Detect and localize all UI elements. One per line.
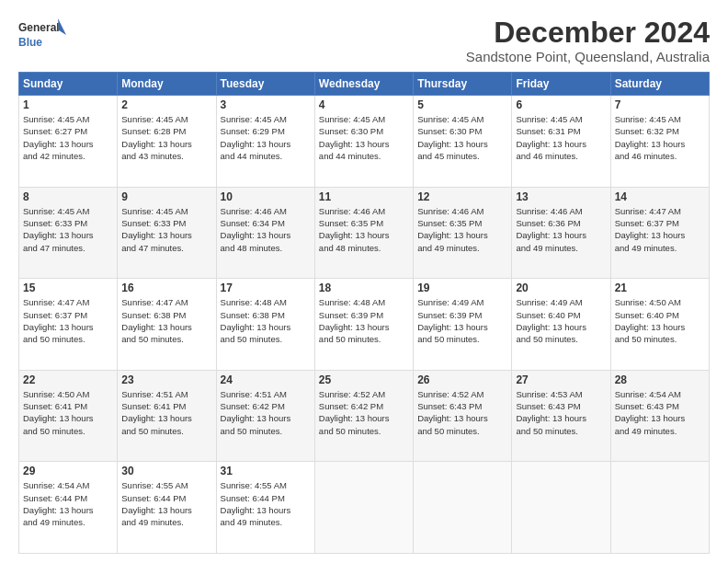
day-number: 8 <box>23 190 113 203</box>
day-number: 15 <box>23 282 113 294</box>
day-number: 21 <box>615 282 705 294</box>
calendar-cell: 29Sunrise: 4:54 AMSunset: 6:44 PMDayligh… <box>19 462 118 554</box>
col-tuesday: Tuesday <box>216 73 314 96</box>
calendar-cell: 1Sunrise: 4:45 AMSunset: 6:27 PMDaylight… <box>19 96 118 188</box>
day-number: 18 <box>319 282 409 294</box>
calendar-cell: 31Sunrise: 4:55 AMSunset: 6:44 PMDayligh… <box>216 462 314 554</box>
day-number: 24 <box>221 373 311 386</box>
day-number: 28 <box>615 373 705 386</box>
day-number: 13 <box>516 190 606 203</box>
calendar-cell: 13Sunrise: 4:46 AMSunset: 6:36 PMDayligh… <box>512 187 610 279</box>
day-number: 1 <box>23 98 113 111</box>
calendar-cell: 12Sunrise: 4:46 AMSunset: 6:35 PMDayligh… <box>414 187 512 279</box>
day-info: Sunrise: 4:49 AMSunset: 6:40 PMDaylight:… <box>516 296 606 345</box>
calendar-cell: 19Sunrise: 4:49 AMSunset: 6:39 PMDayligh… <box>414 279 512 371</box>
calendar-cell: 16Sunrise: 4:47 AMSunset: 6:38 PMDayligh… <box>118 279 216 371</box>
calendar-cell: 14Sunrise: 4:47 AMSunset: 6:37 PMDayligh… <box>610 187 709 279</box>
day-number: 9 <box>121 190 211 203</box>
calendar-cell: 9Sunrise: 4:45 AMSunset: 6:33 PMDaylight… <box>118 187 216 279</box>
calendar-cell: 30Sunrise: 4:55 AMSunset: 6:44 PMDayligh… <box>118 462 216 554</box>
day-info: Sunrise: 4:46 AMSunset: 6:36 PMDaylight:… <box>516 205 606 254</box>
calendar-week-5: 29Sunrise: 4:54 AMSunset: 6:44 PMDayligh… <box>19 462 710 554</box>
day-number: 12 <box>417 190 507 203</box>
day-info: Sunrise: 4:45 AMSunset: 6:30 PMDaylight:… <box>319 113 409 162</box>
svg-text:Blue: Blue <box>18 36 42 49</box>
day-number: 19 <box>417 282 507 294</box>
calendar-cell: 24Sunrise: 4:51 AMSunset: 6:42 PMDayligh… <box>216 370 314 462</box>
calendar-cell: 27Sunrise: 4:53 AMSunset: 6:43 PMDayligh… <box>512 370 610 462</box>
logo: General Blue <box>18 17 66 53</box>
title-block: December 2024 Sandstone Point, Queenslan… <box>466 17 710 64</box>
day-number: 11 <box>319 190 409 203</box>
day-info: Sunrise: 4:45 AMSunset: 6:33 PMDaylight:… <box>121 205 211 254</box>
calendar-cell: 4Sunrise: 4:45 AMSunset: 6:30 PMDaylight… <box>314 96 413 188</box>
calendar-cell: 15Sunrise: 4:47 AMSunset: 6:37 PMDayligh… <box>19 279 118 371</box>
day-info: Sunrise: 4:52 AMSunset: 6:43 PMDaylight:… <box>417 388 507 437</box>
day-info: Sunrise: 4:47 AMSunset: 6:37 PMDaylight:… <box>23 296 113 345</box>
main-title: December 2024 <box>466 17 710 49</box>
day-info: Sunrise: 4:45 AMSunset: 6:30 PMDaylight:… <box>417 113 507 162</box>
calendar-week-4: 22Sunrise: 4:50 AMSunset: 6:41 PMDayligh… <box>19 370 710 462</box>
calendar-week-3: 15Sunrise: 4:47 AMSunset: 6:37 PMDayligh… <box>19 279 710 371</box>
day-info: Sunrise: 4:52 AMSunset: 6:42 PMDaylight:… <box>319 388 409 437</box>
page: General Blue December 2024 Sandstone Poi… <box>0 0 728 563</box>
day-info: Sunrise: 4:51 AMSunset: 6:42 PMDaylight:… <box>221 388 311 437</box>
day-number: 30 <box>121 465 211 477</box>
day-info: Sunrise: 4:46 AMSunset: 6:34 PMDaylight:… <box>221 205 311 254</box>
col-thursday: Thursday <box>414 73 512 96</box>
day-number: 3 <box>221 98 311 111</box>
calendar-week-2: 8Sunrise: 4:45 AMSunset: 6:33 PMDaylight… <box>19 187 710 279</box>
calendar-cell <box>512 462 610 554</box>
day-number: 27 <box>516 373 606 386</box>
day-info: Sunrise: 4:50 AMSunset: 6:40 PMDaylight:… <box>615 296 705 345</box>
day-info: Sunrise: 4:49 AMSunset: 6:39 PMDaylight:… <box>417 296 507 345</box>
calendar-cell: 21Sunrise: 4:50 AMSunset: 6:40 PMDayligh… <box>610 279 709 371</box>
day-info: Sunrise: 4:48 AMSunset: 6:38 PMDaylight:… <box>221 296 311 345</box>
calendar-cell <box>610 462 709 554</box>
col-sunday: Sunday <box>19 73 118 96</box>
calendar-week-1: 1Sunrise: 4:45 AMSunset: 6:27 PMDaylight… <box>19 96 710 188</box>
day-number: 23 <box>121 373 211 386</box>
day-info: Sunrise: 4:45 AMSunset: 6:28 PMDaylight:… <box>121 113 211 162</box>
calendar-cell <box>314 462 413 554</box>
calendar-cell <box>414 462 512 554</box>
col-friday: Friday <box>512 73 610 96</box>
calendar-cell: 18Sunrise: 4:48 AMSunset: 6:39 PMDayligh… <box>314 279 413 371</box>
calendar-cell: 11Sunrise: 4:46 AMSunset: 6:35 PMDayligh… <box>314 187 413 279</box>
day-info: Sunrise: 4:51 AMSunset: 6:41 PMDaylight:… <box>121 388 211 437</box>
day-number: 2 <box>121 98 211 111</box>
day-info: Sunrise: 4:54 AMSunset: 6:43 PMDaylight:… <box>615 388 705 437</box>
day-info: Sunrise: 4:46 AMSunset: 6:35 PMDaylight:… <box>417 205 507 254</box>
day-number: 20 <box>516 282 606 294</box>
header: General Blue December 2024 Sandstone Poi… <box>18 17 710 64</box>
day-info: Sunrise: 4:50 AMSunset: 6:41 PMDaylight:… <box>23 388 113 437</box>
day-number: 16 <box>121 282 211 294</box>
calendar-cell: 5Sunrise: 4:45 AMSunset: 6:30 PMDaylight… <box>414 96 512 188</box>
col-wednesday: Wednesday <box>314 73 413 96</box>
calendar-cell: 3Sunrise: 4:45 AMSunset: 6:29 PMDaylight… <box>216 96 314 188</box>
day-number: 31 <box>221 465 311 477</box>
calendar-cell: 17Sunrise: 4:48 AMSunset: 6:38 PMDayligh… <box>216 279 314 371</box>
calendar-cell: 20Sunrise: 4:49 AMSunset: 6:40 PMDayligh… <box>512 279 610 371</box>
col-monday: Monday <box>118 73 216 96</box>
calendar-cell: 26Sunrise: 4:52 AMSunset: 6:43 PMDayligh… <box>414 370 512 462</box>
day-number: 29 <box>23 465 113 477</box>
day-number: 5 <box>417 98 507 111</box>
calendar-cell: 7Sunrise: 4:45 AMSunset: 6:32 PMDaylight… <box>610 96 709 188</box>
calendar-cell: 10Sunrise: 4:46 AMSunset: 6:34 PMDayligh… <box>216 187 314 279</box>
day-number: 4 <box>319 98 409 111</box>
day-info: Sunrise: 4:45 AMSunset: 6:27 PMDaylight:… <box>23 113 113 162</box>
day-info: Sunrise: 4:53 AMSunset: 6:43 PMDaylight:… <box>516 388 606 437</box>
day-number: 10 <box>221 190 311 203</box>
day-info: Sunrise: 4:45 AMSunset: 6:33 PMDaylight:… <box>23 205 113 254</box>
day-info: Sunrise: 4:46 AMSunset: 6:35 PMDaylight:… <box>319 205 409 254</box>
day-info: Sunrise: 4:45 AMSunset: 6:32 PMDaylight:… <box>615 113 705 162</box>
calendar-cell: 8Sunrise: 4:45 AMSunset: 6:33 PMDaylight… <box>19 187 118 279</box>
day-info: Sunrise: 4:47 AMSunset: 6:37 PMDaylight:… <box>615 205 705 254</box>
day-info: Sunrise: 4:48 AMSunset: 6:39 PMDaylight:… <box>319 296 409 345</box>
calendar-cell: 28Sunrise: 4:54 AMSunset: 6:43 PMDayligh… <box>610 370 709 462</box>
subtitle: Sandstone Point, Queensland, Australia <box>466 49 710 64</box>
day-number: 14 <box>615 190 705 203</box>
day-number: 26 <box>417 373 507 386</box>
calendar-cell: 6Sunrise: 4:45 AMSunset: 6:31 PMDaylight… <box>512 96 610 188</box>
